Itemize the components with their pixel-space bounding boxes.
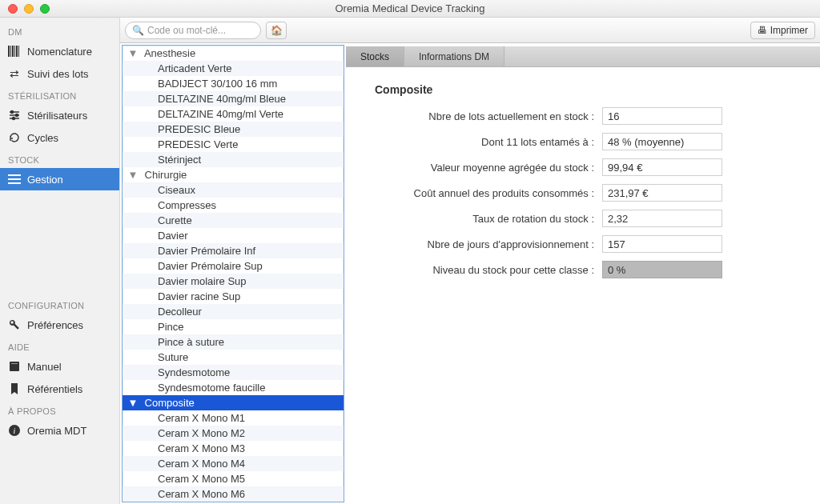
print-label: Imprimer bbox=[770, 25, 808, 36]
stat-value[interactable]: 231,97 € bbox=[602, 184, 722, 202]
shuffle-icon: ⇄ bbox=[8, 67, 21, 80]
tree-item[interactable]: Syndesmotome bbox=[123, 365, 344, 380]
disclosure-triangle-icon[interactable]: ▼ bbox=[127, 397, 139, 409]
info-icon: i bbox=[8, 424, 21, 437]
tree-item[interactable]: Decolleur bbox=[123, 304, 344, 319]
stat-value[interactable]: 48 % (moyenne) bbox=[602, 133, 722, 150]
tree-item[interactable]: Articadent Verte bbox=[123, 61, 344, 76]
svg-rect-4 bbox=[16, 46, 18, 57]
wrench-icon bbox=[8, 318, 21, 331]
tree-item[interactable]: Syndesmotome faucille bbox=[123, 380, 344, 395]
tree-item[interactable]: Ceram X Mono M4 bbox=[123, 456, 344, 471]
disclosure-triangle-icon[interactable]: ▼ bbox=[127, 169, 139, 181]
tab-bar: StocksInformations DM bbox=[346, 46, 820, 67]
stat-label: Niveau du stock pour cette classe : bbox=[362, 264, 602, 276]
home-icon: 🏠 bbox=[271, 25, 283, 36]
tree-group[interactable]: ▼ Composite bbox=[123, 395, 344, 410]
svg-text:i: i bbox=[14, 426, 16, 435]
tree-group[interactable]: ▼ Chirurgie bbox=[123, 167, 344, 182]
sidebar-item-gestion[interactable]: Gestion bbox=[0, 168, 119, 190]
tree-item[interactable]: Suture bbox=[123, 350, 344, 365]
tree-group-label: Anesthesie bbox=[139, 47, 195, 59]
svg-rect-13 bbox=[8, 178, 21, 180]
stat-row: Nbre de lots actuellement en stock :16 bbox=[362, 107, 812, 125]
sidebar-item-r-f-rentiels[interactable]: Référentiels bbox=[0, 378, 119, 400]
sidebar-item-label: Nomenclature bbox=[27, 46, 92, 58]
svg-point-10 bbox=[16, 114, 18, 117]
sidebar-item-suivi-des-lots[interactable]: ⇄Suivi des lots bbox=[0, 62, 119, 85]
sidebar-item-nomenclature[interactable]: Nomenclature bbox=[0, 40, 119, 62]
sidebar-item-label: Manuel bbox=[27, 361, 62, 373]
sliders-icon bbox=[8, 109, 21, 122]
refresh-icon bbox=[8, 131, 21, 144]
tree-item[interactable]: Pince bbox=[123, 319, 344, 334]
stat-label: Nbre de jours d'approvisionnement : bbox=[362, 238, 602, 250]
tree-item[interactable]: Ceram X Mono M5 bbox=[123, 471, 344, 486]
stat-value[interactable]: 16 bbox=[602, 107, 722, 125]
search-icon: 🔍 bbox=[132, 25, 144, 36]
tree-group-label: Composite bbox=[139, 397, 195, 409]
tree-item[interactable]: Ceram X Mono M2 bbox=[123, 426, 344, 441]
stat-row: Nbre de jours d'approvisionnement :157 bbox=[362, 235, 812, 253]
stat-label: Nbre de lots actuellement en stock : bbox=[362, 110, 602, 122]
sidebar-heading: STOCK bbox=[0, 149, 119, 168]
tree-item[interactable]: Curette bbox=[123, 213, 344, 228]
stat-value: 0 % bbox=[602, 261, 722, 278]
svg-rect-15 bbox=[10, 362, 19, 371]
search-placeholder: Code ou mot-clé... bbox=[147, 25, 226, 36]
svg-rect-2 bbox=[12, 46, 14, 57]
sidebar-item-label: Suivi des lots bbox=[27, 68, 89, 80]
tree-item[interactable]: PREDESIC Verte bbox=[123, 137, 344, 152]
tree-item[interactable]: Ceram X Mono M1 bbox=[123, 410, 344, 426]
svg-rect-0 bbox=[8, 46, 10, 57]
category-tree[interactable]: ▼ AnesthesieArticadent VerteBADIJECT 30/… bbox=[122, 45, 344, 502]
tree-item[interactable]: Davier Prémolaire Sup bbox=[123, 258, 344, 274]
svg-rect-1 bbox=[10, 46, 11, 57]
tree-item[interactable]: DELTAZINE 40mg/ml Verte bbox=[123, 106, 344, 122]
sidebar-item-label: Gestion bbox=[27, 174, 63, 186]
sidebar-item-oremia-mdt[interactable]: iOremia MDT bbox=[0, 419, 119, 442]
tree-item[interactable]: PREDESIC Bleue bbox=[123, 122, 344, 137]
tree-group-label: Chirurgie bbox=[139, 169, 187, 181]
tree-item[interactable]: Davier Prémolaire Inf bbox=[123, 243, 344, 258]
tab-informations-dm[interactable]: Informations DM bbox=[404, 46, 504, 66]
svg-rect-16 bbox=[11, 363, 18, 364]
stat-value[interactable]: 99,94 € bbox=[602, 158, 722, 176]
tree-item[interactable]: Ceram X Mono M6 bbox=[123, 486, 344, 502]
search-input[interactable]: 🔍 Code ou mot-clé... bbox=[125, 22, 261, 39]
tree-item[interactable]: Ciseaux bbox=[123, 182, 344, 198]
sidebar-item-cycles[interactable]: Cycles bbox=[0, 126, 119, 149]
tree-item[interactable]: Davier racine Sup bbox=[123, 289, 344, 304]
tree-item[interactable]: DELTAZINE 40mg/ml Bleue bbox=[123, 91, 344, 106]
list-icon bbox=[8, 173, 21, 186]
panel-title: Composite bbox=[375, 83, 812, 96]
home-button[interactable]: 🏠 bbox=[266, 22, 287, 39]
stat-value[interactable]: 157 bbox=[602, 235, 722, 253]
sidebar-item-manuel[interactable]: Manuel bbox=[0, 355, 119, 378]
tree-item[interactable]: Davier bbox=[123, 228, 344, 243]
sidebar-heading: STÉRILISATION bbox=[0, 85, 119, 104]
disclosure-triangle-icon[interactable]: ▼ bbox=[127, 47, 139, 59]
sidebar-item-label: Référentiels bbox=[27, 383, 82, 395]
sidebar-item-pr-f-rences[interactable]: Préférences bbox=[0, 314, 119, 336]
tree-item[interactable]: Davier molaire Sup bbox=[123, 274, 344, 289]
tree-item[interactable]: Ceram X Mono M3 bbox=[123, 441, 344, 456]
sidebar-item-st-rilisateurs[interactable]: Stérilisateurs bbox=[0, 104, 119, 126]
tab-stocks[interactable]: Stocks bbox=[346, 46, 404, 66]
stat-value[interactable]: 2,32 bbox=[602, 210, 722, 227]
detail-pane: StocksInformations DM Composite Nbre de … bbox=[346, 43, 820, 504]
tree-item[interactable]: Pince à suture bbox=[123, 334, 344, 350]
tree-group[interactable]: ▼ Anesthesie bbox=[123, 46, 344, 61]
print-button[interactable]: 🖶 Imprimer bbox=[750, 22, 815, 39]
tree-item[interactable]: Ceram X Mono M7 bbox=[123, 502, 344, 502]
stat-row: Taux de rotation du stock :2,32 bbox=[362, 210, 812, 227]
svg-point-9 bbox=[11, 111, 14, 114]
stat-label: Dont 11 lots entamés à : bbox=[362, 136, 602, 148]
sidebar-heading: À PROPOS bbox=[0, 400, 119, 419]
tree-item[interactable]: Compresses bbox=[123, 198, 344, 213]
tree-item[interactable]: Stérinject bbox=[123, 152, 344, 167]
sidebar-item-label: Stérilisateurs bbox=[27, 110, 87, 122]
sidebar-item-label: Cycles bbox=[27, 132, 58, 144]
tree-item[interactable]: BADIJECT 30/100 16 mm bbox=[123, 76, 344, 91]
bookmark-icon bbox=[8, 382, 21, 395]
